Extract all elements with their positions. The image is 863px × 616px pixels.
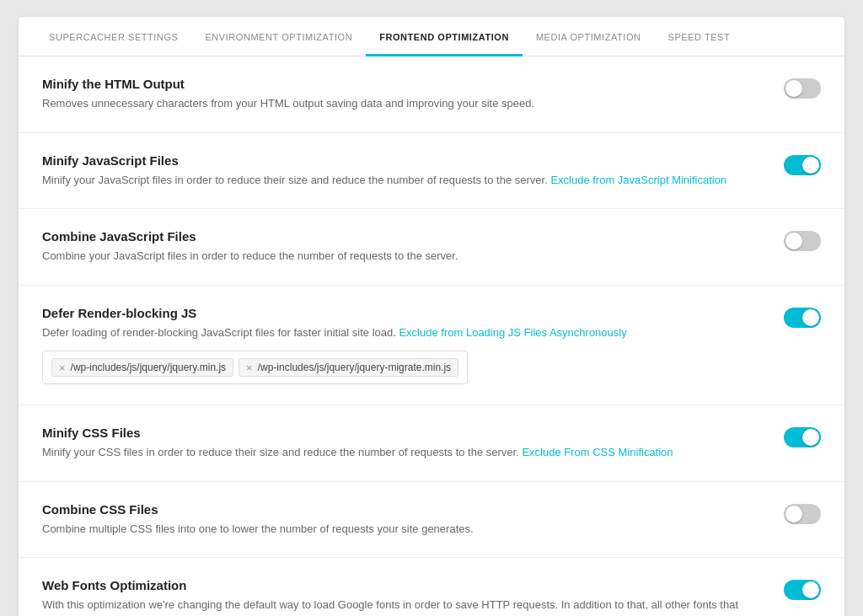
toggle-combine-js[interactable] bbox=[784, 231, 821, 251]
setting-minify-css: Minify CSS Files Minify your CSS files i… bbox=[19, 405, 844, 482]
setting-desc-web-fonts: With this optimization we're changing th… bbox=[42, 597, 758, 616]
setting-info-combine-css: Combine CSS Files Combine multiple CSS f… bbox=[42, 502, 784, 538]
toggle-minify-html[interactable] bbox=[784, 78, 821, 99]
toggle-knob-combine-js bbox=[785, 233, 802, 249]
tab-media[interactable]: MEDIA OPTIMIZATION bbox=[523, 17, 655, 56]
tag-label-jquery-min: /wp-includes/js/jquery/jquery.min.js bbox=[71, 362, 227, 373]
tag-jquery-migrate: × /wp-includes/js/jquery/jquery-migrate.… bbox=[239, 358, 458, 377]
setting-web-fonts: Web Fonts Optimization With this optimiz… bbox=[19, 558, 844, 616]
setting-title-minify-js: Minify JavaScript Files bbox=[42, 153, 758, 168]
setting-minify-html: Minify the HTML Output Removes unnecessa… bbox=[19, 56, 844, 133]
setting-combine-js: Combine JavaScript Files Combine your Ja… bbox=[19, 209, 844, 286]
setting-desc-minify-css: Minify your CSS files in order to reduce… bbox=[42, 444, 758, 461]
setting-link-minify-css[interactable]: Exclude From CSS Minification bbox=[522, 446, 673, 458]
setting-defer-js: Defer Render-blocking JS Defer loading o… bbox=[19, 286, 844, 406]
toggle-wrap-minify-js bbox=[784, 153, 821, 175]
setting-info-minify-html: Minify the HTML Output Removes unnecessa… bbox=[42, 77, 784, 112]
setting-info-web-fonts: Web Fonts Optimization With this optimiz… bbox=[42, 578, 784, 616]
tag-label-jquery-migrate: /wp-includes/js/jquery/jquery-migrate.mi… bbox=[258, 362, 451, 373]
tag-input-defer-js[interactable]: × /wp-includes/js/jquery/jquery.min.js ×… bbox=[42, 351, 468, 384]
defer-top: Defer Render-blocking JS Defer loading o… bbox=[42, 306, 821, 341]
toggle-minify-js[interactable] bbox=[784, 155, 821, 175]
setting-desc-combine-js: Combine your JavaScript files in order t… bbox=[42, 248, 758, 265]
setting-desc-defer-js: Defer loading of render-blocking JavaScr… bbox=[42, 324, 758, 341]
toggle-wrap-minify-html bbox=[784, 77, 821, 99]
tag-close-jquery-min[interactable]: × bbox=[59, 362, 66, 373]
toggle-wrap-web-fonts bbox=[784, 578, 821, 600]
toggle-wrap-minify-css bbox=[784, 426, 821, 447]
setting-combine-css: Combine CSS Files Combine multiple CSS f… bbox=[19, 482, 844, 559]
settings-content: Minify the HTML Output Removes unnecessa… bbox=[19, 56, 844, 616]
toggle-knob-combine-css bbox=[785, 506, 802, 522]
tag-jquery-min: × /wp-includes/js/jquery/jquery.min.js bbox=[51, 358, 233, 377]
toggle-knob-minify-css bbox=[802, 429, 819, 446]
toggle-wrap-defer-js bbox=[784, 306, 821, 328]
main-card: SUPERCACHER SETTINGS ENVIRONMENT OPTIMIZ… bbox=[19, 17, 844, 616]
setting-title-minify-css: Minify CSS Files bbox=[42, 426, 758, 440]
setting-info-minify-css: Minify CSS Files Minify your CSS files i… bbox=[42, 426, 784, 461]
tag-close-jquery-migrate[interactable]: × bbox=[246, 362, 253, 373]
setting-title-defer-js: Defer Render-blocking JS bbox=[42, 306, 758, 320]
tab-frontend[interactable]: FRONTEND OPTIMIZATION bbox=[366, 17, 523, 56]
tab-speed[interactable]: SPEED TEST bbox=[655, 17, 744, 56]
tab-environment[interactable]: ENVIRONMENT OPTIMIZATION bbox=[191, 17, 366, 56]
toggle-web-fonts[interactable] bbox=[784, 580, 821, 600]
toggle-knob-web-fonts bbox=[802, 581, 819, 598]
setting-title-minify-html: Minify the HTML Output bbox=[42, 77, 758, 91]
setting-link-defer-js[interactable]: Exclude from Loading JS Files Asynchrono… bbox=[399, 326, 626, 339]
setting-desc-minify-html: Removes unnecessary characters from your… bbox=[42, 95, 758, 112]
setting-title-web-fonts: Web Fonts Optimization bbox=[42, 578, 758, 592]
setting-link-minify-js[interactable]: Exclude from JavaScript Minification bbox=[550, 174, 726, 186]
setting-info-minify-js: Minify JavaScript Files Minify your Java… bbox=[42, 153, 784, 189]
toggle-knob-defer-js bbox=[802, 309, 819, 326]
toggle-wrap-combine-css bbox=[784, 502, 821, 524]
toggle-combine-css[interactable] bbox=[784, 504, 821, 524]
setting-info-combine-js: Combine JavaScript Files Combine your Ja… bbox=[42, 229, 784, 265]
toggle-knob-minify-html bbox=[785, 80, 802, 97]
toggle-knob-minify-js bbox=[802, 157, 819, 174]
tab-supercacher[interactable]: SUPERCACHER SETTINGS bbox=[35, 17, 191, 56]
nav-tabs: SUPERCACHER SETTINGS ENVIRONMENT OPTIMIZ… bbox=[19, 17, 844, 56]
setting-title-combine-css: Combine CSS Files bbox=[42, 502, 758, 517]
setting-info-defer-js: Defer Render-blocking JS Defer loading o… bbox=[42, 306, 784, 341]
setting-title-combine-js: Combine JavaScript Files bbox=[42, 229, 758, 244]
setting-desc-text-minify-js: Minify your JavaScript files in order to… bbox=[42, 174, 548, 186]
toggle-minify-css[interactable] bbox=[784, 427, 821, 447]
toggle-defer-js[interactable] bbox=[784, 308, 821, 328]
toggle-wrap-combine-js bbox=[784, 229, 821, 251]
setting-desc-text-minify-css: Minify your CSS files in order to reduce… bbox=[42, 446, 519, 458]
setting-desc-minify-js: Minify your JavaScript files in order to… bbox=[42, 172, 758, 189]
setting-desc-combine-css: Combine multiple CSS files into one to l… bbox=[42, 521, 758, 538]
setting-minify-js: Minify JavaScript Files Minify your Java… bbox=[19, 133, 844, 210]
setting-desc-text-defer-js: Defer loading of render-blocking JavaScr… bbox=[42, 326, 396, 339]
